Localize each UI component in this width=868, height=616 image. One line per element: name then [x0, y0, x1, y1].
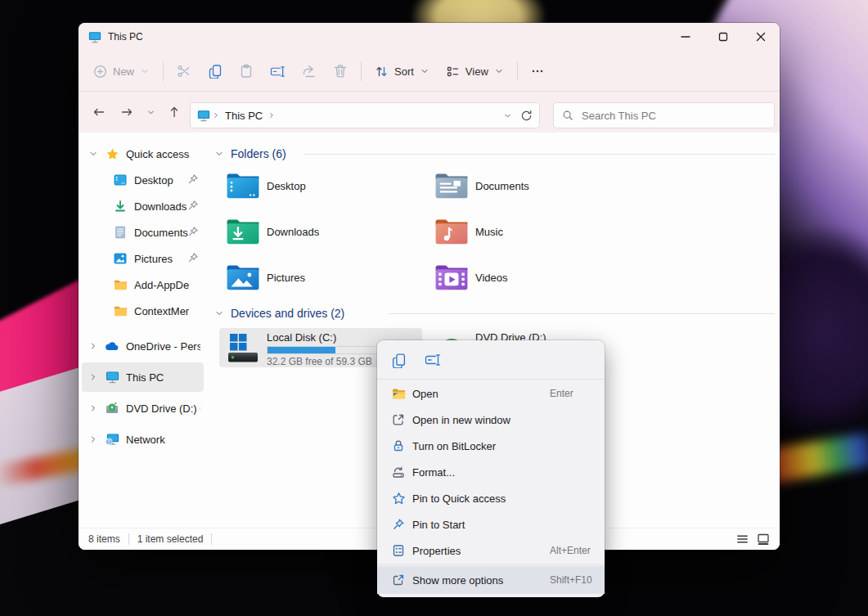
sidebar-item-add-appdevpackage[interactable]: Add-AppDevPacka — [82, 272, 204, 298]
menu-item-turn-on-bitlocker[interactable]: Turn on BitLocker — [377, 433, 605, 459]
menu-item-pin-to-start[interactable]: Pin to Start — [377, 511, 605, 537]
menu-item-label: Properties — [412, 545, 461, 557]
menu-item-shortcut: Alt+Enter — [550, 545, 591, 556]
menu-item-pin-to-quick-access[interactable]: Pin to Quick access — [377, 485, 605, 511]
cut-button[interactable] — [169, 56, 200, 86]
search-input[interactable] — [582, 110, 766, 122]
menu-item-show-more-options[interactable]: Show more options Shift+F10 — [377, 566, 605, 594]
menu-item-open-in-new-window[interactable]: Open in new window — [377, 407, 605, 433]
sidebar-item-dvd-drive[interactable]: DVD Drive (D:) CCCO — [82, 393, 204, 423]
large-icons-view-icon[interactable] — [757, 533, 770, 545]
folder-tile-pictures[interactable]: Pictures — [219, 258, 422, 297]
share-button[interactable] — [294, 56, 325, 86]
sidebar-item-downloads[interactable]: Downloads — [82, 193, 204, 219]
sidebar-item-desktop[interactable]: Desktop — [82, 167, 204, 193]
rename-icon[interactable] — [425, 353, 441, 367]
section-divider — [304, 154, 775, 155]
copy-icon[interactable] — [391, 353, 407, 368]
menu-item-label: Open — [412, 388, 438, 400]
menu-separator — [377, 379, 605, 380]
up-button[interactable] — [160, 99, 188, 125]
sidebar-item-network[interactable]: Network — [82, 425, 204, 454]
status-divider — [211, 533, 212, 545]
sidebar-item-label: Add-AppDevPacka — [134, 279, 189, 291]
folder-tile-desktop[interactable]: Desktop — [219, 166, 422, 205]
maximize-button[interactable] — [704, 23, 742, 51]
menu-separator — [377, 564, 605, 565]
format-drive-icon — [391, 465, 406, 479]
menu-item-properties[interactable]: Properties Alt+Enter — [377, 537, 605, 564]
recent-locations-chevron-icon[interactable] — [141, 99, 160, 125]
view-button[interactable]: View — [438, 56, 512, 86]
pin-to-start-icon — [391, 518, 406, 531]
properties-icon — [391, 544, 406, 557]
sidebar-item-quick-access[interactable]: Quick access — [82, 141, 204, 167]
folder-tile-documents[interactable]: Documents — [428, 166, 631, 205]
sidebar-item-documents[interactable]: Documents — [82, 219, 204, 245]
title-bar[interactable]: This PC — [79, 23, 780, 51]
rename-button[interactable] — [262, 56, 294, 86]
chevron-right-icon[interactable] — [88, 403, 98, 413]
collapse-chevron-icon[interactable] — [214, 308, 224, 318]
chevron-down-icon — [420, 66, 430, 76]
sort-button[interactable]: Sort — [367, 56, 438, 86]
this-pc-monitor-icon — [105, 371, 119, 384]
new-button[interactable]: New — [85, 56, 158, 86]
breadcrumb-this-pc[interactable]: This PC — [225, 110, 263, 122]
network-icon — [105, 433, 119, 446]
chevron-right-icon[interactable] — [88, 341, 98, 351]
section-header-folders[interactable]: Folders (6) — [214, 147, 286, 160]
details-view-icon[interactable] — [736, 533, 749, 545]
forward-button[interactable] — [113, 99, 141, 125]
sidebar-item-contextmenucust[interactable]: ContextMenuCust — [82, 298, 204, 324]
navigation-pane: Quick access Desktop Downloads Documents — [79, 133, 207, 528]
delete-button[interactable] — [325, 56, 356, 86]
sidebar-item-onedrive[interactable]: OneDrive - Personal — [82, 331, 204, 361]
search-box[interactable] — [553, 102, 775, 128]
folder-tile-label: Documents — [475, 180, 529, 192]
show-more-options-icon — [391, 573, 406, 587]
delete-trash-icon — [333, 64, 348, 79]
sidebar-item-label: Network — [126, 434, 200, 446]
copy-button[interactable] — [200, 56, 231, 86]
refresh-icon[interactable] — [520, 110, 533, 122]
folder-tile-videos[interactable]: Videos — [428, 258, 631, 297]
view-button-label: View — [465, 65, 488, 78]
menu-item-open[interactable]: Open Enter — [377, 380, 605, 407]
chevron-down-icon — [140, 66, 150, 76]
menu-item-format[interactable]: Format... — [377, 459, 605, 485]
minimize-button[interactable] — [667, 23, 704, 51]
collapse-chevron-icon[interactable] — [214, 149, 224, 159]
sidebar-item-this-pc[interactable]: This PC — [82, 362, 204, 392]
section-title: Folders (6) — [231, 147, 286, 160]
chevron-right-icon[interactable] — [88, 372, 98, 382]
context-menu-quick-actions — [377, 342, 605, 378]
see-more-button[interactable] — [523, 56, 552, 86]
cut-scissors-icon — [177, 64, 191, 79]
folder-tile-downloads[interactable]: Downloads — [219, 212, 422, 251]
documents-icon — [113, 226, 128, 239]
paste-button[interactable] — [231, 56, 262, 86]
chevron-down-icon[interactable] — [88, 149, 98, 159]
breadcrumb-chevron-icon[interactable] — [268, 111, 276, 119]
address-bar[interactable]: This PC — [190, 102, 540, 128]
copy-icon — [208, 64, 223, 79]
status-divider — [128, 533, 129, 545]
pin-icon — [187, 226, 199, 237]
pictures-folder-icon — [225, 263, 261, 291]
menu-item-label: Pin to Quick access — [412, 492, 506, 505]
sidebar-item-label: Documents — [134, 227, 189, 239]
section-header-devices[interactable]: Devices and drives (2) — [214, 307, 344, 320]
address-dropdown-chevron-icon[interactable] — [503, 111, 512, 120]
downloads-icon — [113, 200, 128, 213]
chevron-right-icon[interactable] — [88, 434, 98, 444]
pin-icon — [187, 252, 199, 263]
local-disk-icon — [225, 333, 261, 363]
folder-tile-music[interactable]: Music — [428, 212, 631, 251]
back-button[interactable] — [85, 99, 113, 125]
sidebar-item-pictures[interactable]: Pictures — [82, 245, 204, 272]
rename-icon — [270, 65, 286, 79]
close-button[interactable] — [742, 23, 780, 51]
command-bar: New Sort — [85, 52, 773, 90]
section-divider — [389, 313, 775, 314]
